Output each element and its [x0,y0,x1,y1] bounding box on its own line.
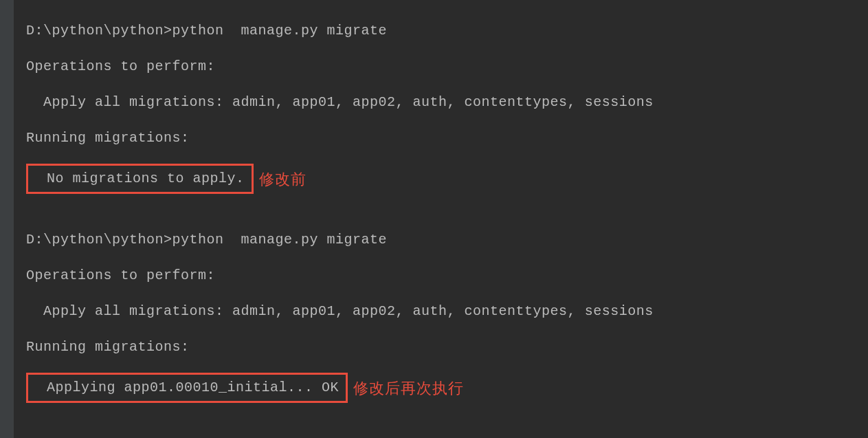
command-line: D:\python\python>python manage.py migrat… [26,230,861,250]
apply-migrations-line: Apply all migrations: admin, app01, app0… [26,301,861,322]
spacer [26,209,861,230]
highlighted-result-before: No migrations to apply. 修改前 [26,164,861,194]
applying-migration-box: Applying app01.00010_initial... OK [26,373,348,403]
annotation-after: 修改后再次执行 [353,377,464,399]
no-migrations-box: No migrations to apply. [26,164,254,194]
running-migrations-header: Running migrations: [26,128,861,149]
terminal-output: D:\python\python>python manage.py migrat… [14,0,868,438]
editor-gutter [0,0,14,438]
annotation-before: 修改前 [259,168,307,190]
apply-migrations-line: Apply all migrations: admin, app01, app0… [26,92,861,113]
command-line: D:\python\python>python manage.py migrat… [26,21,861,41]
operations-header: Operations to perform: [26,56,861,77]
operations-header: Operations to perform: [26,265,861,286]
highlighted-result-after: Applying app01.00010_initial... OK 修改后再次… [26,373,861,403]
running-migrations-header: Running migrations: [26,337,861,358]
